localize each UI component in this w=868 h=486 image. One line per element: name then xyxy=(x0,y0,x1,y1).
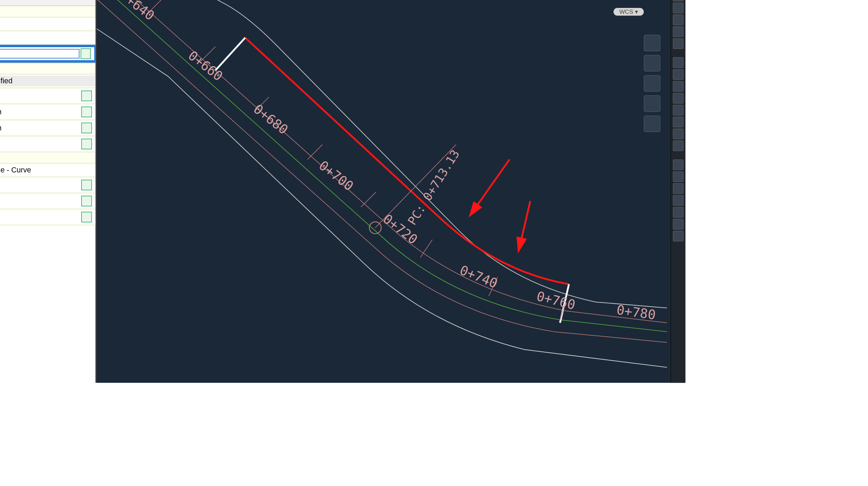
drawing-viewport[interactable]: [–][Top][2D Wireframe] — ◻ ✕ xyxy=(97,0,685,383)
wr-offset-value[interactable]: -10.000m xyxy=(0,89,95,103)
pick-value-button[interactable] xyxy=(81,91,92,101)
svg-line-12 xyxy=(470,159,510,216)
viewcube-south[interactable]: S xyxy=(608,0,614,1)
tout-length-value[interactable]: 25.000m xyxy=(0,178,95,191)
svg-line-7 xyxy=(421,240,433,257)
tool-icon[interactable] xyxy=(673,57,684,68)
tool-icon[interactable] xyxy=(673,231,684,241)
tool-icon[interactable] xyxy=(673,171,684,182)
grid-header-value: Value xyxy=(0,0,95,6)
offset-alignment-panel: OFFSET ALIGNMENT PARAMETERS Alignment Na… xyxy=(0,0,97,383)
tin-length-input[interactable] xyxy=(0,49,80,59)
tool-icon[interactable] xyxy=(673,117,684,127)
tool-icon[interactable] xyxy=(673,3,684,13)
svg-line-0 xyxy=(215,38,245,70)
pick-value-button[interactable] xyxy=(81,107,92,117)
pick-value-button[interactable] xyxy=(81,196,92,207)
tool-icon[interactable] xyxy=(673,159,684,170)
tool-icon[interactable] xyxy=(673,27,684,37)
svg-line-13 xyxy=(518,201,530,252)
tool-icon[interactable] xyxy=(673,93,684,104)
drawing-canvas[interactable]: 0+640 0+660 0+680 0+700 0+720 0+740 0+76… xyxy=(97,0,685,383)
tout-c1-value[interactable]: 20.000m xyxy=(0,194,95,208)
svg-line-6 xyxy=(361,192,376,207)
tool-icon[interactable] xyxy=(673,0,684,1)
tool-icon[interactable] xyxy=(673,195,684,206)
nav-tools xyxy=(644,35,660,132)
orbit-icon[interactable] xyxy=(644,95,660,112)
tool-icon[interactable] xyxy=(673,183,684,194)
right-sidebar-outer xyxy=(670,0,685,383)
wr-start-value[interactable]: 0+761.80m xyxy=(0,105,95,118)
property-grid: Property Value ⊟ Transition In ├ Transit… xyxy=(0,0,95,383)
tool-icon[interactable] xyxy=(673,140,684,151)
showmotion-icon[interactable] xyxy=(644,116,660,132)
tout-c2-value[interactable]: 20.000m xyxy=(0,211,95,224)
pick-value-button[interactable] xyxy=(81,48,91,59)
wr-len-value[interactable]: 172.851m xyxy=(0,137,95,150)
tool-icon[interactable] xyxy=(673,207,684,218)
wr-end-value[interactable]: 0+934.66m xyxy=(0,122,95,135)
drawing-svg xyxy=(97,0,685,383)
nav-wheel-icon[interactable] xyxy=(644,35,660,51)
wcs-badge[interactable]: WCS ▾ xyxy=(613,8,644,15)
pick-value-button[interactable] xyxy=(81,139,92,149)
tin-length-value[interactable] xyxy=(0,46,95,62)
pick-value-button[interactable] xyxy=(81,180,92,190)
pick-value-button[interactable] xyxy=(81,212,92,222)
svg-line-5 xyxy=(308,145,322,159)
tool-icon[interactable] xyxy=(673,81,684,92)
tin-type-value[interactable]: Linear xyxy=(0,19,95,29)
tool-icon[interactable] xyxy=(673,128,684,139)
pan-icon[interactable] xyxy=(644,55,660,71)
tool-icon[interactable] xyxy=(673,69,684,80)
tool-icon[interactable] xyxy=(673,219,684,230)
zoom-icon[interactable] xyxy=(644,75,660,92)
tout-type-value[interactable]: Curve - Line - Curve xyxy=(0,165,95,176)
pick-value-button[interactable] xyxy=(81,123,92,133)
tool-icon[interactable] xyxy=(673,38,684,49)
tin-taper-value[interactable]: By Length xyxy=(0,32,95,43)
tool-icon[interactable] xyxy=(673,105,684,115)
tool-icon[interactable] xyxy=(673,14,684,25)
wr-region-type-value: User Specified xyxy=(0,76,95,86)
